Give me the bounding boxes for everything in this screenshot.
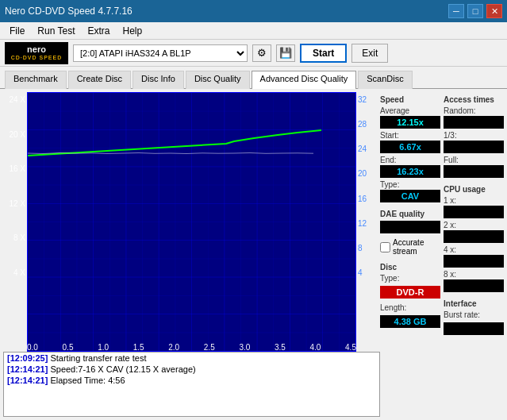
log-entry-2: [12:14:21] Elapsed Time: 4:56 — [4, 375, 379, 386]
y-axis-left: 24 X 20 X 16 X 12 X 8 X 4 X — [3, 92, 27, 280]
y-right-28: 28 — [358, 120, 367, 129]
tab-scan-disc[interactable]: ScanDisc — [358, 71, 412, 89]
accurate-stream-row: Accurate stream — [380, 238, 440, 256]
x-label-0.5: 0.5 — [63, 343, 74, 352]
cpu-2x-label: 2 x: — [444, 221, 504, 229]
x-label-2.5: 2.5 — [204, 343, 215, 352]
log-time-2: [12:14:21] — [7, 376, 48, 385]
y-right-24: 24 — [358, 144, 367, 153]
interface-section-title: Interface — [444, 299, 504, 308]
minimize-button[interactable]: ─ — [448, 4, 464, 18]
nero-logo: nero CD·DVD SPEED — [5, 42, 68, 64]
right-panel: Speed Average 12.15x Start: 6.67x End: 1… — [380, 89, 507, 420]
y-axis-right: 32 28 24 20 16 12 8 4 — [356, 92, 380, 280]
titlebar: Nero CD-DVD Speed 4.7.7.16 ─ □ ✕ — [0, 0, 507, 22]
speed-start-group: Start: 6.67x — [380, 131, 440, 153]
window-controls: ─ □ ✕ — [448, 4, 502, 18]
dae-section-title: DAE quality — [380, 210, 440, 218]
full-label: Full: — [444, 156, 504, 164]
cpu-2x-group: 2 x: — [444, 221, 504, 243]
speed-end-label: End: — [380, 156, 440, 164]
cpu-8x-group: 8 x: — [444, 270, 504, 292]
third-value — [444, 141, 504, 153]
tab-advanced-disc-quality[interactable]: Advanced Disc Quality — [252, 71, 357, 89]
speed-end-value: 16.23x — [380, 165, 440, 178]
tab-benchmark[interactable]: Benchmark — [5, 71, 67, 89]
x-axis: 0.0 0.5 1.0 1.5 2.0 2.5 3.0 3.5 4.0 4.5 — [27, 343, 356, 352]
main-content: 24 X 20 X 16 X 12 X 8 X 4 X — [0, 89, 507, 420]
nero-sub-text: CD·DVD SPEED — [11, 55, 63, 61]
chart-svg — [28, 93, 355, 351]
speed-start-value: 6.67x — [380, 141, 440, 153]
menubar: File Run Test Extra Help — [0, 22, 507, 40]
y-right-32: 32 — [358, 95, 367, 104]
tab-create-disc[interactable]: Create Disc — [68, 71, 131, 89]
y-label-24x: 24 X — [9, 95, 25, 104]
menu-extra[interactable]: Extra — [81, 24, 116, 38]
x-label-0.0: 0.0 — [27, 343, 38, 352]
third-label: 1/3: — [444, 131, 504, 140]
cpu-4x-value — [444, 255, 504, 268]
speed-average-group: Average 12.15x — [380, 106, 440, 129]
x-label-3.5: 3.5 — [275, 343, 286, 352]
menu-file[interactable]: File — [3, 24, 31, 38]
cpu-4x-group: 4 x: — [444, 245, 504, 268]
cpu-4x-label: 4 x: — [444, 245, 504, 254]
log-time-1: [12:14:21] — [7, 364, 48, 374]
speed-type-value: CAV — [380, 190, 440, 202]
speed-section-title: Speed — [380, 95, 440, 104]
random-label: Random: — [444, 106, 504, 115]
burst-rate-label: Burst rate: — [444, 310, 504, 319]
access-times-title: Access times — [444, 95, 504, 104]
log-time-0: [12:09:25] — [7, 353, 48, 363]
noise-line — [28, 153, 313, 154]
speed-end-group: End: 16.23x — [380, 156, 440, 178]
disc-section-title: Disc — [380, 263, 440, 272]
cpu-1x-value — [444, 206, 504, 218]
save-icon-button[interactable]: 💾 — [276, 44, 295, 62]
y-label-16x: 16 X — [9, 164, 25, 173]
burst-rate-value — [444, 322, 504, 335]
tab-disc-quality[interactable]: Disc Quality — [186, 71, 250, 89]
log-entry-1: [12:14:21] Speed:7-16 X CAV (12.15 X ave… — [4, 364, 379, 375]
settings-icon-button[interactable]: ⚙ — [252, 44, 271, 62]
log-entry-0: [12:09:25] Starting transfer rate test — [4, 353, 379, 364]
y-right-12: 12 — [358, 219, 367, 228]
speed-average-value: 12.15x — [380, 116, 440, 129]
speed-average-label: Average — [380, 106, 440, 115]
toolbar: nero CD·DVD SPEED [2:0] ATAPI iHAS324 A … — [0, 40, 507, 67]
cpu-8x-label: 8 x: — [444, 270, 504, 279]
full-value — [444, 165, 504, 178]
nero-brand-text: nero — [11, 44, 63, 55]
x-label-4.0: 4.0 — [310, 343, 321, 352]
log-message-1: Speed:7-16 X CAV (12.15 X average) — [50, 364, 195, 374]
disc-length-value: 4.38 GB — [380, 315, 440, 328]
speed-type-label: Type: — [380, 180, 440, 189]
full-group: Full: — [444, 156, 504, 178]
exit-button[interactable]: Exit — [351, 44, 388, 63]
drive-select[interactable]: [2:0] ATAPI iHAS324 A BL1P — [73, 44, 248, 62]
third-group: 1/3: — [444, 131, 504, 153]
log-area: [12:09:25] Starting transfer rate test [… — [3, 352, 380, 417]
x-label-1.5: 1.5 — [133, 343, 144, 352]
y-right-8: 8 — [358, 244, 363, 252]
window-title: Nero CD-DVD Speed 4.7.7.16 — [5, 6, 133, 17]
speed-start-label: Start: — [380, 131, 440, 140]
chart-background: 24 X 20 X 16 X 12 X 8 X 4 X — [3, 92, 380, 352]
tab-disc-info[interactable]: Disc Info — [133, 71, 184, 89]
tab-bar: Benchmark Create Disc Disc Info Disc Qua… — [0, 67, 507, 89]
menu-run-test[interactable]: Run Test — [31, 24, 81, 38]
accurate-stream-checkbox[interactable] — [380, 242, 390, 252]
menu-help[interactable]: Help — [117, 24, 149, 38]
panel-columns: Speed Average 12.15x Start: 6.67x End: 1… — [380, 92, 504, 417]
y-label-8x: 8 X — [13, 233, 25, 242]
start-button[interactable]: Start — [300, 44, 347, 63]
disc-length-label: Length: — [380, 303, 440, 312]
y-right-20: 20 — [358, 169, 367, 178]
right-stats-col: Access times Random: 1/3: Full: CPU usag… — [444, 92, 504, 417]
left-stats-col: Speed Average 12.15x Start: 6.67x End: 1… — [380, 92, 440, 417]
cpu-2x-value — [444, 230, 504, 243]
y-right-16: 16 — [358, 195, 367, 203]
close-button[interactable]: ✕ — [486, 4, 502, 18]
maximize-button[interactable]: □ — [467, 4, 483, 18]
